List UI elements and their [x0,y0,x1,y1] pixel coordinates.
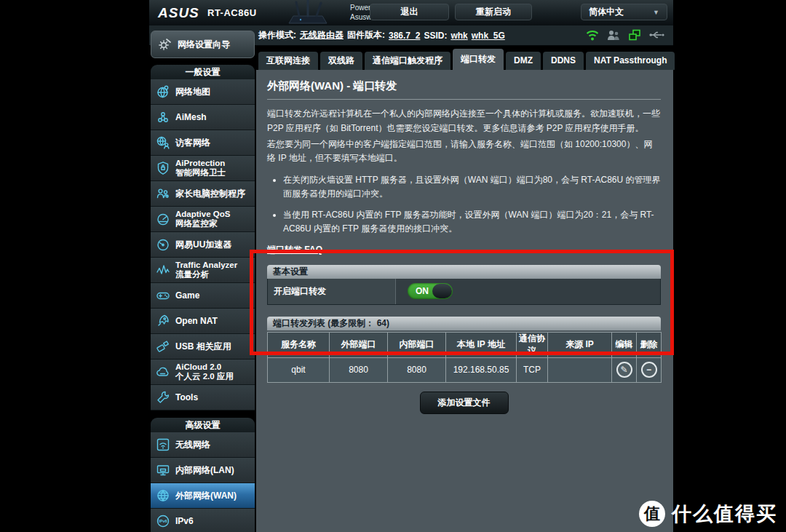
col-external-port: 外部端口 [330,332,388,357]
wifi-status-icon[interactable] [585,28,600,41]
port-forward-table: 服务名称 外部端口 内部端口 本地 IP 地址 通信协议 来源 IP 编辑 删除… [267,332,662,383]
main-content-panel: 外部网络(WAN) - 端口转发 端口转发允许远程计算机在一个私人的内部网络内连… [256,70,673,532]
sidebar-item-wan[interactable]: 外部网络(WAN) [151,483,255,509]
cell-external-port: 8080 [330,357,388,382]
aicloud-icon [156,365,170,379]
sidebar-item-uu-accelerator[interactable]: 网易UU加速器 [151,232,255,258]
sidebar-item-guest-network[interactable]: 访客网络 [151,130,255,156]
ssid-label: SSID: [424,31,447,41]
edit-rule-button[interactable]: ✎ [616,362,632,378]
cell-protocol: TCP [517,357,548,382]
sidebar-item-network-map[interactable]: 网络地图 [151,79,255,105]
language-dropdown[interactable]: 简体中文 ▼ [581,4,667,20]
screen: ASUS RT-AC86U Powered by Asuswrt-Merlin … [0,0,786,532]
sidebar-item-parental-controls[interactable]: 家长电脑控制程序 [151,181,255,207]
sidebar-item-label: Game [175,290,199,301]
clients-status-icon[interactable] [606,28,621,41]
tab-ddns[interactable]: DDNS [543,52,584,70]
sidebar-item-adaptive-qos[interactable]: Adaptive QoS 网络监控家 [151,207,255,232]
guest-network-icon [156,135,170,150]
sidebar-item-sublabel: 智能网络卫士 [175,168,226,178]
note-item: 在关闭防火墙设置 HTTP 服务器，且设置外网（WAN 端口）端口为80，会与 … [283,173,661,201]
reboot-button[interactable]: 重新启动 [455,4,532,20]
notes-list: 在关闭防火墙设置 HTTP 服务器，且设置外网（WAN 端口）端口为80，会与 … [283,173,661,236]
toggle-on-label: ON [416,286,429,296]
add-profile-button[interactable]: 添加设置文件 [420,392,509,414]
sidebar-item-sublabel: 网络监控家 [175,219,230,229]
router-model: RT-AC86U [207,7,257,18]
language-label: 简体中文 [589,6,624,18]
tab-port-forwarding[interactable]: 端口转发 [453,49,504,70]
aimesh-icon [156,110,170,124]
sidebar-item-traffic-analyzer[interactable]: Traffic Analyzer 流量分析 [151,258,255,283]
smzdm-watermark: 值 什么值得买 [639,501,777,527]
col-delete: 删除 [637,332,662,357]
sidebar-item-aiprotection[interactable]: AiProtection 智能网络卫士 [151,156,255,181]
sidebar-item-game[interactable]: Game [151,283,255,309]
sidebar-item-ipv6[interactable]: IPv6 IPv6 [151,509,255,532]
status-icon-group [585,28,664,41]
col-service-name: 服务名称 [268,332,330,357]
page-title: 外部网络(WAN) - 端口转发 [267,79,661,100]
sidebar-item-sublabel: 流量分析 [175,270,237,279]
tab-dual-wan[interactable]: 双线路 [320,52,362,70]
sidebar-item-label: 网易UU加速器 [175,239,231,251]
smzdm-logo-icon: 值 [639,501,665,527]
sidebar-item-label: IPv6 [175,516,194,526]
sidebar-item-label: 访客网络 [175,137,210,149]
col-protocol: 通信协议 [517,332,548,357]
port-forwarding-faq-link[interactable]: 端口转发 FAQ [267,244,322,256]
col-internal-port: 内部端口 [388,332,446,357]
sidebar-item-wireless[interactable]: 无线网络 [151,432,255,458]
top-banner: ASUS RT-AC86U Powered by Asuswrt-Merlin … [149,0,673,25]
enable-port-forwarding-label: 开启端口转发 [268,279,396,304]
sidebar-section-general: 一般设置 [151,65,255,79]
description-paragraph: 端口转发允许远程计算机在一个私人的内部网络内连接至一个具体的计算机或服务。欲加速… [267,107,661,136]
chevron-down-icon: ▼ [653,9,659,16]
game-icon [156,288,170,303]
logout-button[interactable]: 退出 [370,4,449,20]
firmware-version-link[interactable]: 386.7_2 [389,31,420,41]
adaptive-qos-icon [156,212,170,226]
cell-service-name: qbit [268,357,330,382]
toggle-knob [432,284,452,298]
sidebar-item-tools[interactable]: Tools [151,385,255,410]
sidebar-item-lan[interactable]: 内部网络(LAN) [151,458,255,483]
sidebar-item-open-nat[interactable]: Open NAT [151,309,255,334]
delete-rule-button[interactable]: − [641,362,657,378]
op-mode-link[interactable]: 无线路由器 [300,29,344,41]
description-paragraph: 若您要为同一个网络中的客户端指定端口范围，请输入服务名称、端口范围（如 1020… [267,138,661,167]
sidebar-item-label: USB 相关应用 [175,341,231,353]
minus-icon: − [646,365,651,375]
basic-settings-header: 基本设置 [267,265,661,279]
note-item: 当使用 RT-AC86U 内置的 FTP 服务器功能时，设置外网（WAN 端口）… [283,208,661,236]
sidebar: 网络设置向导 一般设置 网络地图 AiMesh [151,31,255,532]
sidebar-item-quick-setup-wizard[interactable]: 网络设置向导 [151,31,255,58]
usb-status-icon[interactable] [648,28,664,41]
lan-icon [156,463,170,477]
usb-icon [156,339,170,354]
ipv6-icon: IPv6 [156,514,170,528]
tab-internet-connection[interactable]: 互联网连接 [258,52,318,70]
col-local-ip: 本地 IP 地址 [446,332,517,357]
sidebar-item-label: Tools [175,392,198,402]
ssid-5g-link[interactable]: whk_5G [472,31,505,41]
lan-status-icon[interactable] [627,28,642,41]
tab-nat-passthrough[interactable]: NAT Passthrough [586,52,675,70]
sidebar-item-label: AiMesh [175,112,207,122]
sidebar-item-label: 无线网络 [175,439,210,451]
col-edit: 编辑 [612,332,637,357]
tab-dmz[interactable]: DMZ [506,52,541,70]
sidebar-item-label: Open NAT [175,316,218,326]
tab-port-trigger[interactable]: 通信端口触发程序 [365,52,450,70]
port-forwarding-toggle[interactable]: ON [408,283,453,299]
sidebar-item-label: Traffic Analyzer [175,261,237,270]
sidebar-item-aimesh[interactable]: AiMesh [151,105,255,130]
col-source-ip: 来源 IP [548,332,612,357]
sidebar-item-label: 内部网络(LAN) [175,464,234,477]
sidebar-item-usb-apps[interactable]: USB 相关应用 [151,334,255,360]
ssid-24g-link[interactable]: whk [450,31,467,41]
sidebar-item-aicloud[interactable]: AiCloud 2.0 个人云 2.0 应用 [151,360,255,385]
sidebar-item-label: AiCloud 2.0 [175,362,234,372]
forward-list-header: 端口转发列表 (最多限制： 64) [267,317,661,330]
